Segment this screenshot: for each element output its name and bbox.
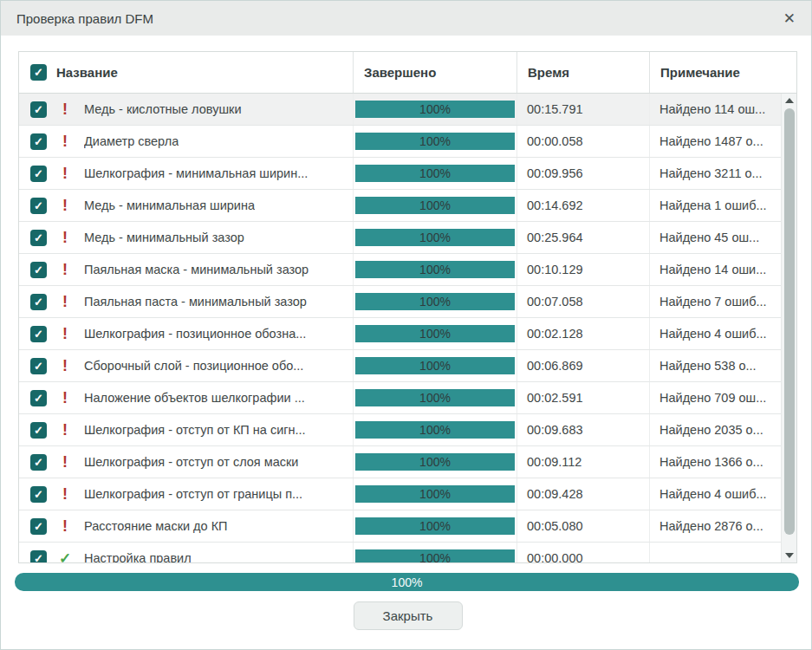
error-exclamation-icon: ! [55, 229, 75, 247]
error-exclamation-icon: ! [55, 197, 75, 215]
note-cell: Найдено 4 ошиб... [650, 478, 781, 510]
row-checkbox[interactable]: ✓ [30, 133, 47, 150]
row-progress-label: 100% [419, 134, 451, 148]
row-progress-bar: 100% [355, 165, 515, 182]
rule-name-label: Медь - минимальный зазор [84, 231, 244, 244]
scroll-down-button[interactable] [782, 549, 796, 562]
table-row[interactable]: ✓ ! Шелкография - отступ от КП на сигн..… [19, 414, 781, 446]
row-checkbox[interactable]: ✓ [30, 230, 47, 246]
column-header-note[interactable]: Примечание [650, 52, 796, 93]
close-button[interactable]: Закрыть [354, 601, 463, 630]
table-row[interactable]: ✓ ! Шелкография - отступ от слоя маски 1… [19, 446, 781, 478]
table-row[interactable]: ✓ ! Медь - минимальная ширина 100% 00:14… [19, 190, 781, 222]
row-checkbox[interactable]: ✓ [30, 550, 47, 563]
triangle-up-icon [785, 98, 794, 103]
row-checkbox[interactable]: ✓ [30, 358, 47, 374]
table-row[interactable]: ✓ ! Медь - кислотные ловушки 100% 00:15.… [19, 94, 781, 126]
time-cell: 00:02.128 [517, 318, 650, 349]
rule-name-label: Наложение объектов шелкографии ... [84, 391, 305, 405]
table-row[interactable]: ✓ ! Шелкография - минимальная ширин... 1… [19, 158, 781, 190]
row-checkbox[interactable]: ✓ [30, 422, 47, 439]
error-exclamation-icon: ! [55, 389, 75, 407]
progress-cell: 100% [354, 190, 517, 221]
select-all-checkbox[interactable]: ✓ [30, 64, 47, 81]
progress-cell: 100% [354, 254, 517, 285]
table-row[interactable]: ✓ ! Паяльная маска - минимальный зазор 1… [19, 254, 781, 286]
row-checkbox[interactable]: ✓ [30, 390, 47, 406]
row-progress-label: 100% [419, 391, 451, 405]
table-row[interactable]: ✓ ! Медь - минимальный зазор 100% 00:25.… [19, 222, 781, 254]
time-cell: 00:25.964 [517, 222, 650, 253]
row-checkbox[interactable]: ✓ [30, 326, 47, 342]
rule-name-label: Диаметр сверла [84, 134, 179, 148]
row-checkbox[interactable]: ✓ [30, 262, 47, 278]
rows-container: ✓ ! Медь - кислотные ловушки 100% 00:15.… [19, 94, 781, 562]
table-row[interactable]: ✓ ✓ Настройка правил 100% 00:00.000 [19, 543, 781, 562]
error-exclamation-icon: ! [55, 517, 75, 536]
column-label-time: Время [528, 65, 569, 80]
row-progress-bar: 100% [355, 293, 515, 310]
time-cell: 00:07.058 [517, 286, 650, 317]
progress-cell: 100% [354, 510, 517, 542]
rule-name-cell: ✓ ! Наложение объектов шелкографии ... [19, 382, 354, 413]
table-row[interactable]: ✓ ! Шелкография - отступ от границы п...… [19, 478, 781, 510]
row-checkbox[interactable]: ✓ [30, 198, 47, 214]
row-checkbox[interactable]: ✓ [30, 486, 47, 503]
row-checkbox[interactable]: ✓ [30, 294, 47, 310]
column-label-progress: Завершено [364, 65, 436, 80]
error-exclamation-icon: ! [55, 357, 75, 375]
row-progress-bar: 100% [355, 261, 515, 278]
table-header: ✓ Название Завершено Время Примечание [19, 52, 796, 94]
rule-name-label: Шелкография - минимальная ширин... [84, 166, 308, 180]
triangle-down-icon [785, 553, 794, 558]
row-progress-bar: 100% [355, 421, 515, 439]
row-checkbox[interactable]: ✓ [30, 101, 47, 118]
row-progress-bar: 100% [355, 101, 515, 118]
row-checkbox[interactable]: ✓ [30, 518, 47, 535]
rule-name-label: Медь - минимальная ширина [84, 198, 255, 212]
rule-name-cell: ✓ ! Паяльная паста - минимальный зазор [19, 286, 354, 317]
rule-name-label: Шелкография - отступ от слоя маски [84, 455, 298, 469]
note-cell: Найдено 1487 о... [650, 126, 781, 157]
note-cell: Найдено 7 ошиб... [650, 286, 781, 317]
scrollbar-thumb[interactable] [784, 108, 795, 535]
table-row[interactable]: ✓ ! Диаметр сверла 100% 00:00.058 Найден… [19, 126, 781, 158]
column-label-name: Название [56, 65, 118, 80]
table-row[interactable]: ✓ ! Шелкография - позиционное обозна... … [19, 318, 781, 350]
time-cell: 00:00.058 [517, 126, 650, 157]
close-icon[interactable]: ✕ [780, 10, 799, 28]
note-cell: Найдено 45 ош... [650, 222, 781, 253]
note-cell: Найдено 709 ош... [650, 382, 781, 413]
rule-name-cell: ✓ ! Шелкография - минимальная ширин... [19, 158, 354, 189]
scroll-up-button[interactable] [782, 94, 796, 107]
table-row[interactable]: ✓ ! Паяльная паста - минимальный зазор 1… [19, 286, 781, 318]
note-cell [650, 543, 781, 562]
error-exclamation-icon: ! [55, 421, 75, 439]
progress-cell: 100% [354, 222, 517, 253]
row-checkbox[interactable]: ✓ [30, 454, 47, 471]
table-body: ✓ ! Медь - кислотные ловушки 100% 00:15.… [19, 94, 796, 562]
rule-name-cell: ✓ ! Сборочный слой - позиционное обо... [19, 350, 354, 381]
column-header-time[interactable]: Время [517, 52, 650, 93]
time-cell: 00:06.869 [517, 350, 650, 381]
rules-table: ✓ Название Завершено Время Примечание ✓ … [18, 51, 797, 563]
row-progress-bar: 100% [355, 357, 515, 374]
rule-name-label: Настройка правил [84, 551, 192, 562]
note-cell: Найдено 4 ошиб... [650, 318, 781, 349]
column-header-name[interactable]: ✓ Название [19, 52, 354, 93]
table-row[interactable]: ✓ ! Наложение объектов шелкографии ... 1… [19, 382, 781, 414]
rule-name-label: Сборочный слой - позиционное обо... [84, 359, 303, 373]
row-progress-label: 100% [419, 166, 451, 180]
error-exclamation-icon: ! [55, 165, 75, 183]
vertical-scrollbar[interactable] [781, 94, 796, 562]
table-row[interactable]: ✓ ! Сборочный слой - позиционное обо... … [19, 350, 781, 382]
progress-cell: 100% [354, 94, 517, 125]
row-progress-label: 100% [419, 551, 451, 562]
progress-cell: 100% [354, 286, 517, 317]
note-cell: Найдена 1 ошиб... [650, 190, 781, 221]
row-checkbox[interactable]: ✓ [30, 166, 47, 182]
table-row[interactable]: ✓ ! Расстояние маски до КП 100% 00:05.08… [19, 510, 781, 543]
success-check-icon: ✓ [55, 549, 75, 563]
column-header-progress[interactable]: Завершено [354, 52, 517, 93]
note-cell: Найдено 114 ош... [650, 94, 781, 125]
